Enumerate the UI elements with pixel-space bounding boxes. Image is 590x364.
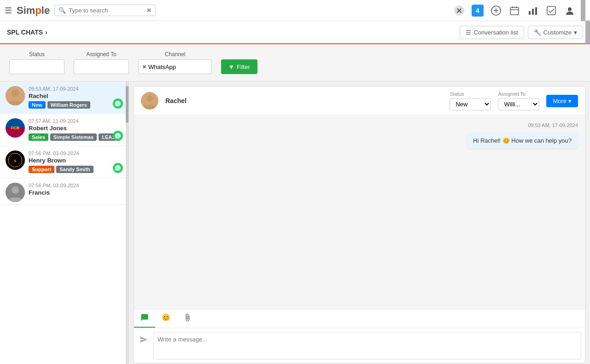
filter-button[interactable]: ▼ Filter bbox=[221, 59, 257, 74]
conversation-list-button[interactable]: ☰ Conversation list bbox=[460, 26, 524, 39]
assigned-field-group: Assigned To Willi... bbox=[498, 91, 539, 110]
app-logo: Simple bbox=[17, 5, 50, 17]
whatsapp-icon-rachel bbox=[113, 98, 123, 109]
more-button[interactable]: More ▾ bbox=[546, 95, 578, 107]
conv-item-header: 09:53 AM, 17-09-2024 Rachel New William … bbox=[6, 86, 123, 109]
tab-emoji[interactable]: 😊 bbox=[155, 310, 177, 328]
channel-tag-value: WhatsApp bbox=[148, 64, 176, 70]
customize-button[interactable]: 🔧 Customize ▾ bbox=[528, 26, 583, 39]
status-filter-input[interactable] bbox=[9, 59, 64, 74]
tag-sales: Sales bbox=[29, 133, 48, 141]
svg-point-12 bbox=[568, 7, 572, 11]
nav-icon-add[interactable] bbox=[490, 4, 502, 17]
nav-icon-check[interactable] bbox=[545, 4, 558, 17]
conv-item-header-henry: S 07:56 PM, 03-09-2024 Henry Brown Suppo… bbox=[6, 150, 123, 173]
conversation-item-henry[interactable]: S 07:56 PM, 03-09-2024 Henry Brown Suppo… bbox=[0, 146, 129, 178]
conv-tags-rachel: New William Rogers bbox=[29, 101, 123, 109]
channel-filter-group: Channel ✖ WhatsApp bbox=[138, 51, 212, 74]
tag-support: Support bbox=[29, 166, 54, 173]
breadcrumb-chevron: › bbox=[45, 29, 47, 36]
spl-chats-label: SPL CHATS bbox=[7, 29, 43, 36]
nav-icon-4[interactable]: 4 bbox=[471, 4, 484, 17]
conversation-list: 09:53 AM, 17-09-2024 Rachel New William … bbox=[0, 81, 129, 364]
svg-point-14 bbox=[12, 90, 19, 97]
svg-rect-8 bbox=[529, 11, 531, 15]
scrollbar-right-sub bbox=[585, 21, 590, 44]
nav-icon-x[interactable] bbox=[453, 4, 466, 17]
status-label: Status bbox=[450, 91, 491, 97]
chat-input-body bbox=[134, 328, 585, 363]
more-button-label: More bbox=[553, 98, 567, 104]
tag-sandy: Sandy Smith bbox=[56, 166, 93, 173]
avatar-francis bbox=[6, 183, 25, 202]
main-area: 09:53 AM, 17-09-2024 Rachel New William … bbox=[0, 81, 590, 364]
conv-item-header-robert: FCB 07:57 AM, 11-09-2024 Robert Jones Sa… bbox=[6, 118, 123, 141]
scrollbar-right bbox=[581, 0, 585, 21]
channel-tag-remove[interactable]: ✖ bbox=[142, 64, 146, 70]
chat-header-right: Status New Open Closed Assigned To Willi… bbox=[450, 91, 578, 110]
svg-rect-11 bbox=[547, 6, 555, 15]
svg-point-20 bbox=[146, 95, 153, 102]
assigned-select[interactable]: Willi... bbox=[498, 98, 539, 110]
message-time: 09:53 AM, 17-09-2024 bbox=[141, 122, 578, 128]
nav-icon-chart[interactable] bbox=[526, 4, 539, 17]
conversation-list-label: Conversation list bbox=[473, 29, 518, 36]
customize-label: Customize bbox=[543, 29, 572, 36]
conversation-item-francis[interactable]: 07:56 PM, 03-09-2024 Francis bbox=[0, 178, 129, 205]
conv-name-rachel: Rachel bbox=[29, 92, 123, 99]
conversation-item-robert[interactable]: FCB 07:57 AM, 11-09-2024 Robert Jones Sa… bbox=[0, 114, 129, 146]
conversation-item-rachel[interactable]: 09:53 AM, 17-09-2024 Rachel New William … bbox=[0, 81, 129, 114]
nav-icon-user[interactable] bbox=[563, 4, 576, 17]
sub-header: SPL CHATS › ☰ Conversation list 🔧 Custom… bbox=[0, 21, 590, 44]
nav-icon-calendar[interactable] bbox=[508, 4, 521, 17]
svg-rect-9 bbox=[532, 9, 534, 15]
channel-filter-label: Channel bbox=[138, 51, 212, 58]
hamburger-menu[interactable]: ☰ bbox=[5, 6, 12, 16]
conv-list-scrollbar[interactable] bbox=[126, 81, 129, 364]
conv-list-scrollbar-thumb bbox=[126, 86, 129, 123]
chat-messages: 09:53 AM, 17-09-2024 Hi Rachel! 😊 How we… bbox=[134, 116, 585, 309]
nav-icons: 4 bbox=[453, 4, 576, 17]
search-clear-icon[interactable]: ✖ bbox=[146, 7, 152, 14]
chevron-down-icon: ▾ bbox=[568, 98, 572, 104]
search-input[interactable] bbox=[69, 7, 146, 14]
status-select[interactable]: New Open Closed bbox=[450, 98, 491, 110]
emoji-icon: 😊 bbox=[162, 313, 170, 321]
message-input[interactable] bbox=[153, 332, 581, 359]
conv-time-robert: 07:57 AM, 11-09-2024 bbox=[29, 118, 123, 124]
conv-time-rachel: 09:53 AM, 17-09-2024 bbox=[29, 86, 123, 92]
tag-simple-sistemas: Simple Sistemas bbox=[50, 133, 97, 141]
whatsapp-icon-henry bbox=[113, 163, 123, 173]
avatar-rachel bbox=[6, 86, 25, 105]
tab-message[interactable] bbox=[134, 310, 155, 328]
assigned-filter-label: Assigned To bbox=[74, 51, 129, 58]
chat-input-area: 😊 bbox=[134, 309, 585, 363]
conv-info-robert: 07:57 AM, 11-09-2024 Robert Jones Sales … bbox=[29, 118, 123, 141]
chat-user-name: Rachel bbox=[165, 97, 187, 104]
search-icon: 🔍 bbox=[58, 7, 66, 14]
avatar-robert: FCB bbox=[6, 118, 25, 138]
sub-header-actions: ☰ Conversation list 🔧 Customize ▾ bbox=[460, 26, 583, 39]
tab-attachment[interactable] bbox=[177, 310, 198, 328]
search-bar[interactable]: 🔍 ✖ bbox=[54, 5, 156, 16]
breadcrumb: SPL CHATS › bbox=[7, 29, 47, 36]
tag-new: New bbox=[29, 101, 46, 109]
chevron-down-icon: ▾ bbox=[574, 29, 577, 36]
wrench-icon: 🔧 bbox=[534, 29, 541, 36]
channel-tag[interactable]: ✖ WhatsApp bbox=[138, 59, 212, 74]
conv-time-henry: 07:56 PM, 03-09-2024 bbox=[29, 150, 123, 156]
chat-avatar bbox=[141, 92, 158, 110]
message-bubble: Hi Rachel! 😊 How we can help you? bbox=[467, 133, 578, 149]
status-filter-group: Status bbox=[9, 51, 64, 74]
conv-info-henry: 07:56 PM, 03-09-2024 Henry Brown Support… bbox=[29, 150, 123, 173]
avatar-henry: S bbox=[6, 150, 25, 170]
conv-name-francis: Francis bbox=[29, 189, 123, 196]
send-button[interactable] bbox=[138, 334, 150, 347]
assigned-label: Assigned To bbox=[498, 91, 539, 97]
assigned-filter-input[interactable] bbox=[74, 59, 129, 74]
conv-time-francis: 07:56 PM, 03-09-2024 bbox=[29, 183, 123, 188]
conv-item-header-francis: 07:56 PM, 03-09-2024 Francis bbox=[6, 183, 123, 202]
list-icon: ☰ bbox=[466, 29, 471, 36]
assigned-filter-group: Assigned To bbox=[74, 51, 129, 74]
chat-header: Rachel Status New Open Closed Assigned T… bbox=[134, 87, 585, 116]
